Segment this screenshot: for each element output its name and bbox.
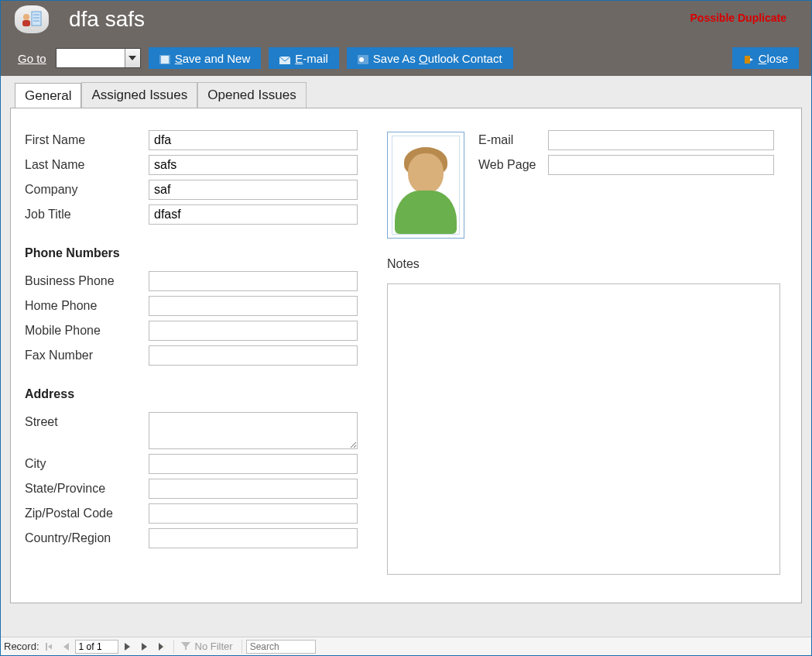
nav-prev-button[interactable] bbox=[58, 640, 74, 654]
svg-point-4 bbox=[23, 14, 29, 20]
web-label: Web Page bbox=[478, 158, 548, 172]
save-outlook-button[interactable]: Save As Outlook Contact bbox=[347, 47, 513, 69]
svg-rect-14 bbox=[46, 643, 47, 651]
close-label: lose bbox=[766, 52, 788, 65]
svg-rect-5 bbox=[22, 20, 30, 26]
svg-text:✶: ✶ bbox=[163, 643, 165, 651]
save-icon bbox=[159, 53, 170, 63]
save-new-label: ave and New bbox=[183, 52, 251, 65]
tab-opened-issues[interactable]: Opened Issues bbox=[197, 82, 306, 108]
record-label: Record: bbox=[4, 641, 39, 652]
zip-label: Zip/Postal Code bbox=[25, 507, 149, 520]
filter-status[interactable]: No Filter bbox=[181, 641, 233, 652]
chevron-down-icon[interactable] bbox=[125, 49, 140, 67]
svg-marker-6 bbox=[128, 56, 136, 60]
street-input[interactable] bbox=[149, 412, 358, 449]
email-label: -mail bbox=[303, 52, 328, 65]
home-phone-input[interactable] bbox=[149, 296, 358, 316]
web-input[interactable] bbox=[548, 155, 774, 175]
notes-input[interactable] bbox=[387, 283, 780, 575]
close-button[interactable]: Close bbox=[732, 47, 799, 69]
state-input[interactable] bbox=[149, 479, 358, 499]
home-phone-label: Home Phone bbox=[25, 299, 149, 313]
page-title: dfa safs bbox=[69, 7, 145, 32]
last-name-input[interactable] bbox=[149, 155, 358, 175]
nav-next-button[interactable] bbox=[120, 640, 135, 654]
contact-card-icon bbox=[15, 5, 49, 33]
svg-rect-12 bbox=[745, 56, 750, 64]
mobile-phone-input[interactable] bbox=[149, 321, 358, 341]
company-input[interactable] bbox=[149, 180, 358, 200]
state-label: State/Province bbox=[25, 482, 149, 496]
fax-label: Fax Number bbox=[25, 349, 149, 362]
job-title-label: Job Title bbox=[25, 208, 149, 222]
phone-section-title: Phone Numbers bbox=[25, 246, 382, 260]
record-navigation-bar: Record: ✶ No Filter bbox=[1, 637, 811, 655]
first-name-input[interactable] bbox=[149, 130, 358, 150]
svg-rect-0 bbox=[32, 12, 41, 26]
svg-marker-15 bbox=[48, 643, 52, 651]
email-field-label: E-mail bbox=[478, 133, 548, 147]
business-phone-input[interactable] bbox=[149, 271, 358, 291]
svg-marker-13 bbox=[750, 58, 753, 61]
svg-point-11 bbox=[359, 57, 364, 62]
svg-marker-16 bbox=[63, 643, 69, 651]
first-name-label: First Name bbox=[25, 133, 149, 147]
tab-general[interactable]: General bbox=[15, 83, 81, 108]
mobile-phone-label: Mobile Phone bbox=[25, 324, 149, 338]
nav-new-record-button[interactable]: ✶ bbox=[154, 640, 170, 654]
svg-marker-17 bbox=[125, 643, 130, 651]
contact-photo[interactable] bbox=[387, 132, 464, 239]
svg-rect-8 bbox=[161, 56, 169, 64]
city-label: City bbox=[25, 457, 149, 471]
nav-last-button[interactable] bbox=[137, 640, 152, 654]
job-title-input[interactable] bbox=[149, 204, 358, 225]
email-button[interactable]: E-mail bbox=[269, 47, 339, 69]
search-input[interactable] bbox=[246, 640, 316, 654]
svg-marker-22 bbox=[181, 642, 190, 650]
tab-strip: General Assigned Issues Opened Issues bbox=[15, 82, 802, 108]
duplicate-warning: Possible Duplicate bbox=[690, 12, 786, 24]
zip-input[interactable] bbox=[149, 503, 358, 524]
country-input[interactable] bbox=[149, 528, 358, 548]
outlook-label: utlook Contact bbox=[428, 52, 502, 65]
company-label: Company bbox=[25, 183, 149, 197]
notes-label: Notes bbox=[387, 257, 420, 271]
address-section-title: Address bbox=[25, 387, 382, 401]
city-input[interactable] bbox=[149, 454, 358, 474]
door-icon bbox=[743, 53, 754, 63]
last-name-label: Last Name bbox=[25, 158, 149, 172]
goto-combo[interactable] bbox=[56, 48, 141, 68]
email-input[interactable] bbox=[548, 130, 774, 150]
street-label: Street bbox=[25, 412, 149, 429]
fax-input[interactable] bbox=[149, 345, 358, 366]
business-phone-label: Business Phone bbox=[25, 274, 149, 288]
outlook-icon bbox=[358, 53, 368, 63]
save-and-new-button[interactable]: Save and New bbox=[149, 47, 262, 69]
tab-assigned-issues[interactable]: Assigned Issues bbox=[81, 82, 197, 108]
goto-label: Go to bbox=[18, 52, 46, 65]
nav-first-button[interactable] bbox=[41, 640, 57, 654]
general-panel: First Name Last Name Company Job Title P… bbox=[10, 108, 802, 603]
person-placeholder-icon bbox=[392, 136, 460, 235]
country-label: Country/Region bbox=[25, 531, 149, 545]
record-position-input[interactable] bbox=[75, 640, 118, 654]
svg-marker-18 bbox=[142, 643, 147, 651]
filter-icon bbox=[181, 641, 190, 652]
mail-icon bbox=[279, 53, 290, 63]
